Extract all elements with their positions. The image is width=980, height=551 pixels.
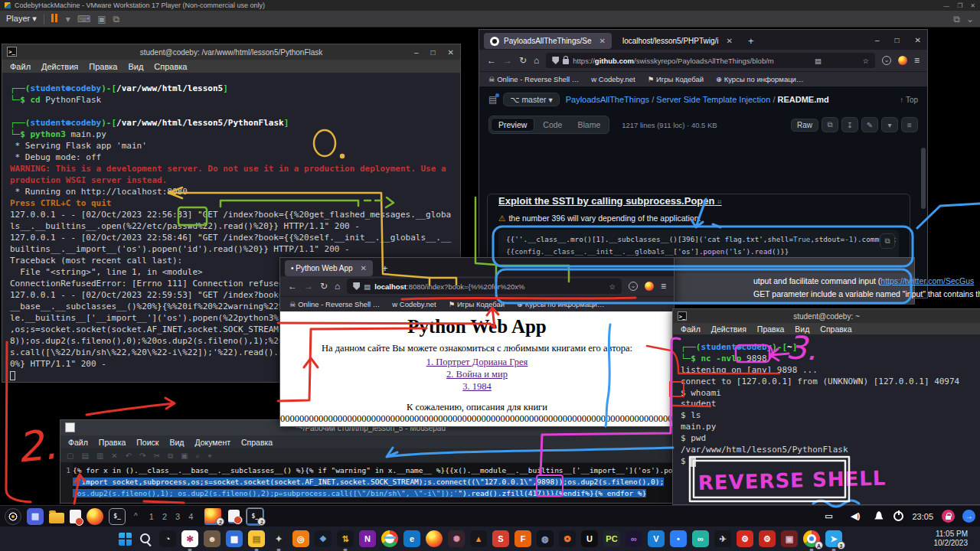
expander-icon[interactable]: ^ — [131, 512, 141, 520]
list-item[interactable]: Справка — [154, 62, 187, 71]
bookmark-star-icon[interactable]: ☆ — [609, 282, 616, 291]
pocket-icon[interactable]: ⌄ — [882, 56, 891, 65]
maximize-button[interactable]: □ — [895, 36, 900, 44]
list-item[interactable]: ⚑ Игры Кодебай — [449, 300, 505, 308]
new-tab-button[interactable]: + — [743, 35, 759, 47]
list-item[interactable]: Поиск — [136, 438, 158, 447]
devices-icon[interactable]: ⧉ — [953, 14, 960, 24]
list-item[interactable]: ☠ Online - Reverse Shell … — [488, 75, 579, 83]
pause-button[interactable] — [51, 14, 59, 24]
pin-app-icon[interactable]: • — [670, 530, 687, 547]
tab-blame[interactable]: Blame — [570, 119, 607, 131]
search-icon[interactable] — [137, 530, 154, 547]
window-list-icon[interactable]: ▭ — [820, 508, 837, 525]
bookmark-star-icon[interactable]: ☆ — [862, 57, 869, 65]
download-icon[interactable]: ↧ — [841, 117, 858, 132]
collapse-toolbar-icon[interactable]: ⌄ — [966, 14, 974, 24]
menu-hamburger-icon[interactable]: ≡ — [914, 55, 920, 66]
home-button[interactable]: ⌂ — [335, 281, 340, 292]
forward-button[interactable]: → — [503, 55, 512, 66]
kali-clock[interactable]: 23:05 — [909, 512, 936, 521]
file-explorer-icon[interactable]: ▤ — [248, 530, 265, 547]
maximize-button[interactable]: □ — [431, 48, 436, 57]
list-item[interactable]: Вид — [128, 62, 143, 71]
show-desktop-icon[interactable]: ▦ — [27, 508, 44, 525]
close-button[interactable]: ✕ — [915, 36, 921, 44]
orange-utility-icon[interactable]: ◎ — [292, 530, 309, 547]
tab-preview[interactable]: Preview — [491, 118, 534, 132]
media-app-icon[interactable]: ▣ — [781, 530, 798, 547]
list-item[interactable]: ↷ — [139, 452, 145, 460]
terminal-left-titlebar[interactable]: >_ student@codeby: /var/www/html/lesson5… — [2, 44, 460, 60]
firefox-icon[interactable] — [426, 530, 443, 547]
firefox-account-icon[interactable] — [645, 282, 654, 291]
virtualbox-icon[interactable]: ❖ — [315, 530, 332, 547]
list-item[interactable]: Правка — [99, 438, 126, 447]
firefox-window-icon[interactable]: 2 — [204, 508, 221, 525]
vmware-minimize-button[interactable]: — — [943, 2, 949, 9]
list-item[interactable]: Справка — [820, 324, 851, 334]
pocket-icon[interactable]: ⌄ — [629, 282, 638, 291]
tab-close-icon[interactable]: ✕ — [599, 37, 606, 45]
edit-pencil-icon[interactable]: ✎ — [861, 117, 878, 132]
sidebar-toggle-icon[interactable]: ▤ — [488, 94, 497, 105]
tab-localhost-phptwig[interactable]: localhost/lesson5/PHPTwig/i✕ — [616, 33, 739, 49]
raw-button[interactable]: Raw — [791, 119, 818, 132]
kali-logo-icon[interactable] — [5, 508, 21, 525]
afterburner-icon[interactable]: ⇅ — [337, 530, 354, 547]
list-item[interactable]: Файл — [10, 62, 31, 71]
back-button[interactable]: ← — [288, 281, 297, 292]
list-item[interactable]: ✕ — [111, 452, 117, 460]
teal-app-icon[interactable]: ∞ — [692, 530, 709, 547]
close-button[interactable]: ✕ — [448, 48, 454, 57]
minimize-button[interactable]: – — [414, 48, 419, 57]
list-item[interactable]: Файл — [681, 324, 701, 334]
volume-icon[interactable]: ◀) — [847, 508, 864, 525]
edge-icon[interactable]: e — [403, 530, 420, 547]
list-item[interactable]: Вид — [169, 438, 184, 447]
tracking-shield-icon[interactable] — [552, 57, 559, 64]
url-bar[interactable]: https://github.com/swisskyrepo/PayloadsA… — [546, 53, 875, 68]
chrome-profile-icon[interactable]: A — [803, 530, 820, 547]
start-icon[interactable] — [119, 533, 132, 546]
firefox-account-icon[interactable] — [898, 56, 907, 65]
firefox-icon[interactable] — [87, 508, 103, 525]
pause-dropdown[interactable]: ▾ — [66, 14, 70, 24]
red-gear-1-icon[interactable]: ⚙ — [737, 530, 753, 547]
list-item[interactable]: ⌕ — [196, 452, 201, 461]
back-to-top-link[interactable]: ↑ Top — [900, 96, 918, 104]
list-item[interactable]: ▥ — [96, 452, 103, 460]
list-item[interactable]: ▢ — [67, 452, 74, 460]
terminal-right-titlebar[interactable]: >_ student@codeby: ~ — [673, 309, 980, 323]
tab-python-web-app[interactable]: • Python Web App✕ — [285, 260, 373, 276]
tab-payloadsallthethings[interactable]: PayloadsAllTheThings/Se✕ — [484, 33, 612, 49]
power-manager-icon[interactable] — [893, 511, 903, 521]
vmware-maximize-button[interactable]: ❐ — [957, 2, 962, 9]
calendar-icon[interactable]: ▦ — [226, 530, 243, 547]
list-item[interactable]: ▣ — [181, 452, 188, 460]
tab-close-icon[interactable]: ✕ — [361, 264, 367, 272]
list-item[interactable]: Действия — [41, 62, 78, 71]
telegram-icon[interactable]: ➤3 — [825, 530, 842, 547]
anchor-link-icon[interactable]: ⌗ — [717, 197, 722, 206]
outline-icon[interactable]: ≡ — [901, 117, 918, 132]
pycharm-icon[interactable]: PC — [603, 530, 620, 547]
breadcrumb-repo-link[interactable]: PayloadsAllTheThings — [566, 95, 649, 104]
steam-icon[interactable]: ◍ — [537, 530, 554, 547]
s-red-app-icon[interactable]: S — [492, 530, 509, 547]
list-item[interactable]: ▤ — [81, 452, 88, 460]
list-item[interactable]: 3. 1984 — [280, 380, 674, 393]
reload-button[interactable]: ↻ — [320, 281, 328, 292]
vscode-icon[interactable]: V — [648, 530, 665, 547]
list-item[interactable]: Вид — [795, 324, 809, 334]
chrome-icon[interactable] — [381, 530, 398, 547]
breadcrumb-folder-link[interactable]: Server Side Template Injection — [656, 95, 770, 104]
list-item[interactable]: ⚑ Игры Кодебай — [648, 75, 704, 83]
list-item[interactable]: Правка — [89, 62, 117, 71]
list-item[interactable]: ⌖ — [207, 452, 212, 461]
screen-lock-icon[interactable] — [942, 510, 955, 523]
unreal-engine-icon[interactable]: U — [581, 530, 598, 547]
back-button[interactable]: ← — [487, 55, 496, 66]
list-item[interactable]: 2. Война и мир — [280, 368, 674, 380]
home-button[interactable]: ⌂ — [534, 55, 539, 66]
